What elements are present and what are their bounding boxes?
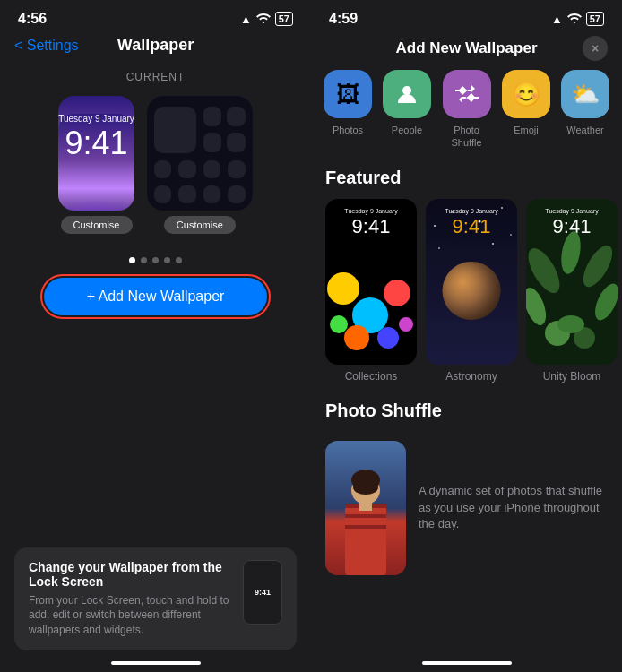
page-title: Wallpaper	[117, 36, 194, 55]
photo-shuffle-desc: A dynamic set of photos that shuffle as …	[419, 441, 608, 575]
weather-icon: ⛅	[561, 70, 609, 118]
photo-shuffle-icon	[443, 70, 491, 118]
page-dots	[129, 257, 182, 263]
svg-point-13	[438, 247, 440, 249]
photo-shuffle-text: A dynamic set of photos that shuffle as …	[419, 483, 608, 532]
right-time: 4:59	[329, 11, 358, 27]
wallpaper-types: 🖼 Photos People Photo Shuffle 😊 Emoji ⛅ …	[311, 70, 622, 164]
lock-date: Tuesday 9 January	[58, 114, 134, 124]
home-screen-card[interactable]: Customise	[147, 96, 253, 241]
right-wifi-icon	[567, 13, 582, 26]
svg-point-8	[434, 225, 436, 227]
astronomy-bg: Tuesday 9 January 9:41	[426, 199, 517, 365]
sheet-title: Add New Wallpaper	[395, 39, 537, 57]
dot-4	[164, 257, 170, 263]
type-people[interactable]: People	[381, 70, 433, 150]
svg-point-22	[557, 315, 584, 333]
photo-shuffle-title: Photo Shuffle	[325, 397, 608, 432]
right-signal-icon: ▲	[551, 13, 563, 26]
type-photos[interactable]: 🖼 Photos	[322, 70, 374, 150]
current-label: CURRENT	[126, 71, 186, 83]
astronomy-preview: Tuesday 9 January 9:41	[426, 199, 517, 365]
featured-astronomy[interactable]: Tuesday 9 January 9:41	[426, 199, 517, 383]
svg-point-5	[377, 327, 399, 349]
photo-shuffle-content: Tuesday 9 January 9:41	[325, 441, 608, 575]
type-photo-shuffle[interactable]: Photo Shuffle	[440, 70, 493, 150]
svg-rect-32	[345, 525, 386, 529]
emoji-icon: 😊	[502, 70, 550, 118]
svg-rect-31	[345, 514, 386, 518]
left-panel: 4:56 ▲ 57 < Settings Wallpaper CURRENT T…	[0, 0, 311, 672]
unity-bloom-label: Unity Bloom	[526, 370, 618, 383]
featured-scroll: Tuesday 9 January 9:41 Collections	[311, 199, 622, 390]
back-button[interactable]: < Settings	[14, 38, 79, 54]
lock-customise-btn[interactable]: Customise	[61, 216, 133, 234]
svg-point-1	[327, 272, 359, 305]
svg-point-3	[384, 280, 410, 306]
svg-rect-33	[359, 502, 372, 511]
photo-shuffle-section: Photo Shuffle Tuesday 9 January 9:41	[311, 390, 622, 575]
type-weather-label: Weather	[566, 124, 603, 136]
type-people-label: People	[392, 124, 422, 136]
type-photo-shuffle-label: Photo Shuffle	[440, 124, 493, 150]
type-emoji-label: Emoji	[514, 124, 539, 136]
right-status-icons: ▲ 57	[551, 12, 604, 26]
right-status-bar: 4:59 ▲ 57	[311, 0, 622, 32]
info-phone: 9:41	[243, 560, 282, 625]
svg-point-6	[330, 315, 348, 333]
info-card: Change your Wallpaper from the Lock Scre…	[14, 547, 297, 650]
lock-screen-card[interactable]: Tuesday 9 January 9:41 Customise	[58, 96, 134, 241]
wallpaper-previews: Tuesday 9 January 9:41 Customise	[58, 96, 253, 241]
left-time: 4:56	[18, 11, 47, 27]
home-indicator-left	[111, 661, 201, 665]
home-indicator-right	[422, 661, 512, 665]
people-icon	[383, 70, 431, 118]
lock-time: 9:41	[58, 127, 134, 159]
collections-label: Collections	[325, 370, 417, 383]
info-title: Change your Wallpaper from the Lock Scre…	[29, 560, 232, 589]
svg-point-18	[526, 285, 550, 328]
left-status-icons: ▲ 57	[240, 12, 293, 26]
svg-point-28	[353, 480, 378, 495]
type-emoji[interactable]: 😊 Emoji	[500, 70, 552, 150]
collections-bg: Tuesday 9 January 9:41	[325, 199, 417, 365]
svg-point-12	[510, 234, 512, 236]
wifi-icon	[256, 13, 271, 26]
type-weather[interactable]: ⛅ Weather	[559, 70, 611, 150]
add-wallpaper-btn-container: + Add New Wallpaper	[44, 278, 268, 315]
dot-2	[141, 257, 147, 263]
photos-icon: 🖼	[324, 70, 372, 118]
info-text: Change your Wallpaper from the Lock Scre…	[29, 560, 232, 638]
unity-bloom-preview: Tuesday 9 January 9:41	[526, 199, 618, 365]
home-screen-preview	[147, 96, 253, 211]
left-nav-bar: < Settings Wallpaper	[0, 32, 311, 62]
lock-screen-preview: Tuesday 9 January 9:41	[58, 96, 134, 211]
signal-icon: ▲	[240, 13, 252, 26]
unity-bloom-bg: Tuesday 9 January 9:41	[526, 199, 618, 365]
add-wallpaper-border	[40, 274, 272, 319]
svg-point-10	[479, 220, 481, 222]
left-status-bar: 4:56 ▲ 57	[0, 0, 311, 32]
wallpaper-section: CURRENT Tuesday 9 January 9:41 Customise	[0, 62, 311, 547]
featured-unity-bloom[interactable]: Tuesday 9 January 9:41 Unity Bl	[526, 199, 618, 383]
dot-5	[176, 257, 182, 263]
right-panel: 4:59 ▲ 57 Add New Wallpaper × 🖼 Photos P…	[311, 0, 622, 672]
photo-shuffle-preview[interactable]: Tuesday 9 January 9:41	[325, 441, 406, 575]
close-button[interactable]: ×	[583, 36, 608, 61]
svg-point-4	[344, 325, 369, 350]
astronomy-label: Astronomy	[426, 370, 517, 383]
collections-preview: Tuesday 9 January 9:41	[325, 199, 417, 365]
svg-point-19	[591, 280, 618, 323]
home-customise-btn[interactable]: Customise	[164, 216, 236, 234]
svg-point-16	[558, 229, 583, 275]
featured-title: Featured	[311, 164, 622, 199]
dot-1	[129, 257, 135, 263]
svg-point-0	[402, 86, 411, 95]
sheet-header: Add New Wallpaper ×	[311, 32, 622, 70]
featured-collections[interactable]: Tuesday 9 January 9:41 Collections	[325, 199, 417, 383]
svg-point-14	[492, 243, 494, 245]
svg-point-9	[452, 211, 454, 213]
info-desc: From your Lock Screen, touch and hold to…	[29, 593, 232, 638]
person-silhouette	[325, 441, 406, 575]
dot-3	[152, 257, 159, 263]
